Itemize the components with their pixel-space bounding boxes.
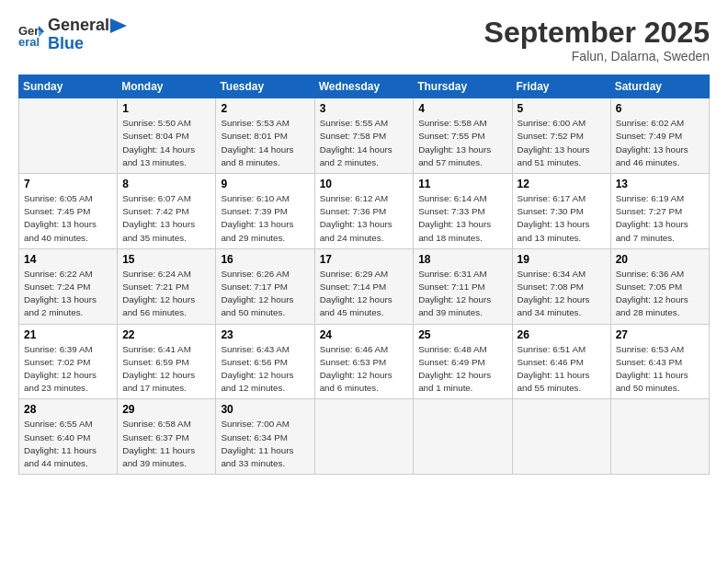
calendar-cell: 21Sunrise: 6:39 AM Sunset: 7:02 PM Dayli… [19, 324, 118, 399]
day-number: 29 [122, 403, 210, 416]
day-number: 12 [518, 178, 606, 190]
day-info: Sunrise: 6:02 AM Sunset: 7:49 PM Dayligh… [616, 117, 704, 169]
day-number: 13 [616, 178, 704, 190]
day-header-thursday: Thursday [414, 75, 512, 98]
week-row-3: 14Sunrise: 6:22 AM Sunset: 7:24 PM Dayli… [19, 248, 710, 324]
day-info: Sunrise: 6:29 AM Sunset: 7:14 PM Dayligh… [320, 268, 409, 320]
day-number: 7 [24, 178, 112, 190]
day-number: 2 [221, 102, 309, 115]
calendar-cell: 25Sunrise: 6:48 AM Sunset: 6:49 PM Dayli… [414, 324, 512, 399]
day-number: 15 [122, 253, 210, 266]
day-header-tuesday: Tuesday [216, 75, 314, 98]
day-number: 5 [518, 102, 606, 115]
month-title: September 2025 [484, 17, 710, 49]
day-info: Sunrise: 6:51 AM Sunset: 6:46 PM Dayligh… [518, 343, 606, 396]
day-info: Sunrise: 6:05 AM Sunset: 7:45 PM Dayligh… [24, 192, 112, 245]
day-info: Sunrise: 6:43 AM Sunset: 6:56 PM Dayligh… [221, 343, 309, 396]
calendar-cell [414, 399, 512, 475]
day-info: Sunrise: 5:55 AM Sunset: 7:58 PM Dayligh… [320, 117, 409, 169]
calendar-cell: 19Sunrise: 6:34 AM Sunset: 7:08 PM Dayli… [512, 248, 610, 324]
day-info: Sunrise: 5:53 AM Sunset: 8:01 PM Dayligh… [221, 117, 309, 169]
subtitle: Falun, Dalarna, Sweden [484, 49, 710, 63]
day-number: 18 [418, 253, 506, 266]
calendar-cell [314, 399, 414, 475]
day-number: 23 [221, 328, 309, 341]
day-number: 9 [221, 178, 309, 190]
logo: Gen eral General Blue [18, 17, 128, 53]
day-info: Sunrise: 6:07 AM Sunset: 7:42 PM Dayligh… [122, 192, 210, 245]
day-info: Sunrise: 6:19 AM Sunset: 7:27 PM Dayligh… [616, 192, 704, 245]
day-number: 11 [418, 178, 506, 190]
day-info: Sunrise: 7:00 AM Sunset: 6:34 PM Dayligh… [221, 418, 309, 470]
logo-blue-text: Blue [48, 35, 128, 53]
day-number: 22 [122, 328, 210, 341]
calendar-cell: 26Sunrise: 6:51 AM Sunset: 6:46 PM Dayli… [512, 324, 610, 399]
calendar-cell: 30Sunrise: 7:00 AM Sunset: 6:34 PM Dayli… [216, 399, 314, 475]
day-number: 30 [221, 403, 309, 416]
week-row-2: 7Sunrise: 6:05 AM Sunset: 7:45 PM Daylig… [19, 174, 710, 249]
day-number: 1 [122, 102, 210, 115]
day-number: 17 [320, 253, 409, 266]
header: Gen eral General Blue September 2025 Fal… [18, 17, 710, 63]
calendar-cell [19, 98, 118, 174]
calendar-cell: 14Sunrise: 6:22 AM Sunset: 7:24 PM Dayli… [19, 248, 118, 324]
day-number: 28 [24, 403, 112, 416]
day-number: 26 [518, 328, 606, 341]
week-row-5: 28Sunrise: 6:55 AM Sunset: 6:40 PM Dayli… [19, 399, 710, 475]
day-info: Sunrise: 6:41 AM Sunset: 6:59 PM Dayligh… [122, 343, 210, 396]
week-row-1: 1Sunrise: 5:50 AM Sunset: 8:04 PM Daylig… [19, 98, 710, 174]
week-row-4: 21Sunrise: 6:39 AM Sunset: 7:02 PM Dayli… [19, 324, 710, 399]
day-info: Sunrise: 6:55 AM Sunset: 6:40 PM Dayligh… [24, 418, 112, 470]
calendar-cell: 18Sunrise: 6:31 AM Sunset: 7:11 PM Dayli… [414, 248, 512, 324]
day-info: Sunrise: 6:22 AM Sunset: 7:24 PM Dayligh… [24, 268, 112, 320]
day-info: Sunrise: 5:58 AM Sunset: 7:55 PM Dayligh… [418, 117, 506, 169]
calendar-cell: 24Sunrise: 6:46 AM Sunset: 6:53 PM Dayli… [314, 324, 414, 399]
day-number: 27 [616, 328, 704, 341]
day-number: 16 [221, 253, 309, 266]
day-header-sunday: Sunday [19, 75, 118, 98]
day-info: Sunrise: 6:10 AM Sunset: 7:39 PM Dayligh… [221, 192, 309, 245]
calendar-table: SundayMondayTuesdayWednesdayThursdayFrid… [18, 75, 710, 475]
calendar-cell: 7Sunrise: 6:05 AM Sunset: 7:45 PM Daylig… [19, 174, 118, 249]
calendar-cell: 2Sunrise: 5:53 AM Sunset: 8:01 PM Daylig… [216, 98, 314, 174]
day-info: Sunrise: 6:53 AM Sunset: 6:43 PM Dayligh… [616, 343, 704, 396]
day-info: Sunrise: 6:39 AM Sunset: 7:02 PM Dayligh… [24, 343, 112, 396]
day-header-wednesday: Wednesday [314, 75, 414, 98]
calendar-cell: 6Sunrise: 6:02 AM Sunset: 7:49 PM Daylig… [610, 98, 709, 174]
header-row: SundayMondayTuesdayWednesdayThursdayFrid… [19, 75, 710, 98]
day-info: Sunrise: 6:34 AM Sunset: 7:08 PM Dayligh… [518, 268, 606, 320]
svg-marker-4 [110, 18, 127, 33]
day-info: Sunrise: 6:58 AM Sunset: 6:37 PM Dayligh… [122, 418, 210, 470]
logo-icon: Gen eral [18, 22, 44, 48]
day-number: 14 [24, 253, 112, 266]
day-number: 3 [320, 102, 409, 115]
day-number: 10 [320, 178, 409, 190]
day-number: 20 [616, 253, 704, 266]
day-header-saturday: Saturday [610, 75, 709, 98]
svg-text:eral: eral [18, 35, 40, 48]
logo-arrow-icon [110, 18, 127, 33]
day-info: Sunrise: 6:12 AM Sunset: 7:36 PM Dayligh… [320, 192, 409, 245]
calendar-cell: 22Sunrise: 6:41 AM Sunset: 6:59 PM Dayli… [118, 324, 216, 399]
calendar-cell: 5Sunrise: 6:00 AM Sunset: 7:52 PM Daylig… [512, 98, 610, 174]
day-info: Sunrise: 6:36 AM Sunset: 7:05 PM Dayligh… [616, 268, 704, 320]
day-number: 19 [518, 253, 606, 266]
day-info: Sunrise: 6:00 AM Sunset: 7:52 PM Dayligh… [518, 117, 606, 169]
calendar-cell: 11Sunrise: 6:14 AM Sunset: 7:33 PM Dayli… [414, 174, 512, 249]
calendar-cell: 12Sunrise: 6:17 AM Sunset: 7:30 PM Dayli… [512, 174, 610, 249]
day-info: Sunrise: 5:50 AM Sunset: 8:04 PM Dayligh… [122, 117, 210, 169]
calendar-cell: 3Sunrise: 5:55 AM Sunset: 7:58 PM Daylig… [314, 98, 414, 174]
day-info: Sunrise: 6:14 AM Sunset: 7:33 PM Dayligh… [418, 192, 506, 245]
calendar-cell: 28Sunrise: 6:55 AM Sunset: 6:40 PM Dayli… [19, 399, 118, 475]
calendar-cell: 8Sunrise: 6:07 AM Sunset: 7:42 PM Daylig… [118, 174, 216, 249]
day-number: 21 [24, 328, 112, 341]
calendar-cell: 17Sunrise: 6:29 AM Sunset: 7:14 PM Dayli… [314, 248, 414, 324]
calendar-cell: 16Sunrise: 6:26 AM Sunset: 7:17 PM Dayli… [216, 248, 314, 324]
calendar-cell: 23Sunrise: 6:43 AM Sunset: 6:56 PM Dayli… [216, 324, 314, 399]
calendar-cell: 1Sunrise: 5:50 AM Sunset: 8:04 PM Daylig… [118, 98, 216, 174]
day-header-friday: Friday [512, 75, 610, 98]
day-header-monday: Monday [118, 75, 216, 98]
calendar-cell [610, 399, 709, 475]
day-info: Sunrise: 6:24 AM Sunset: 7:21 PM Dayligh… [122, 268, 210, 320]
calendar-cell: 13Sunrise: 6:19 AM Sunset: 7:27 PM Dayli… [610, 174, 709, 249]
